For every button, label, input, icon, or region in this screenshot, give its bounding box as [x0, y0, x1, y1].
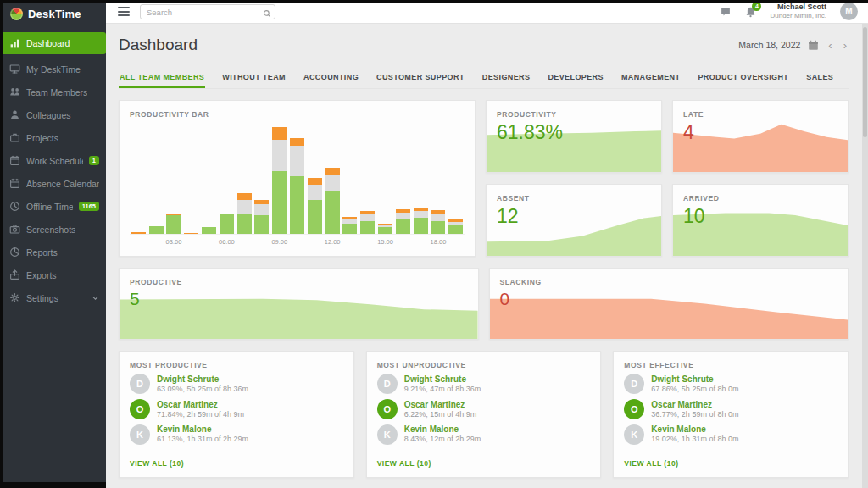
list-item: DDwight Schrute67.86%, 5h 25m of 8h 0m	[614, 369, 848, 395]
bar-segment-neutral	[254, 204, 269, 216]
sidebar-item-exports[interactable]: Exports	[0, 263, 106, 286]
sidebar-badge: 1165	[79, 202, 99, 212]
prev-day-button[interactable]: ‹	[826, 40, 833, 51]
sidebar-item-reports[interactable]: Reports	[0, 241, 106, 263]
stats-grid: PRODUCTIVITY61.83%LATE4ABSENT12ARRIVED10	[486, 100, 849, 257]
bar-segment-productive	[431, 221, 445, 234]
user-name: Michael Scott	[770, 3, 826, 12]
bar-segment-productive	[237, 214, 252, 234]
x-tick	[306, 238, 324, 246]
bar-segment-unproductive	[237, 193, 252, 200]
gear-icon	[9, 292, 20, 303]
view-all-link[interactable]: VIEW ALL (10)	[377, 452, 591, 468]
sidebar-item-colleagues[interactable]: Colleagues	[0, 103, 106, 126]
person-name[interactable]: Dwight Schrute	[157, 374, 248, 385]
person-stats: 19.02%, 1h 31m of 8h 0m	[651, 435, 738, 445]
view-all-link[interactable]: VIEW ALL (10)	[624, 452, 837, 468]
sidebar-item-my-desktime[interactable]: My DeskTime	[0, 58, 106, 80]
bar-segment-productive	[166, 215, 181, 234]
person-name[interactable]: Oscar Martinez	[157, 399, 244, 410]
x-tick	[342, 238, 359, 246]
people-card-most-productive: MOST PRODUCTIVEDDwight Schrute63.09%, 5h…	[119, 351, 354, 478]
avatar: D	[130, 374, 150, 394]
bar-segment-productive	[308, 200, 322, 234]
bar-segment-productive	[342, 224, 357, 234]
frame-edge-left	[0, 0, 3, 488]
card-title: PRODUCTIVITY BAR	[120, 101, 475, 119]
tab-designers[interactable]: DESIGNERS	[481, 68, 531, 88]
user-avatar[interactable]: M	[840, 3, 858, 20]
tab-accounting[interactable]: ACCOUNTING	[303, 68, 359, 88]
bar-segment-unproductive	[290, 138, 304, 146]
person-name[interactable]: Dwight Schrute	[404, 374, 481, 385]
avatar: D	[377, 374, 398, 394]
bar-segment-productive	[272, 171, 287, 234]
stat-card-late: LATE4	[672, 100, 849, 173]
sidebar-item-offline-times[interactable]: Offline Times1165	[0, 195, 106, 218]
clock-icon	[9, 201, 20, 212]
person-stats: 63.09%, 5h 25m of 8h 36m	[157, 385, 248, 395]
bar-06:00	[218, 214, 236, 234]
notifications-bell-icon[interactable]: 4	[745, 6, 756, 18]
user-company: Dunder Mifflin, Inc.	[770, 12, 826, 20]
bar-segment-productive	[378, 227, 392, 234]
bar-segment-neutral	[414, 211, 428, 218]
person-name[interactable]: Dwight Schrute	[651, 374, 738, 385]
calendar-icon	[9, 178, 20, 189]
bar-segment-productive	[326, 191, 340, 234]
tab-customer-support[interactable]: CUSTOMER SUPPORT	[376, 68, 465, 88]
x-tick	[412, 238, 430, 246]
tab-sales[interactable]: SALES	[805, 68, 834, 88]
stat-value: 5	[120, 286, 478, 309]
x-tick: 03:00	[165, 238, 183, 246]
scrollbar-thumb[interactable]	[863, 27, 867, 137]
hamburger-menu-icon[interactable]	[118, 7, 130, 16]
topbar: 4 Michael Scott Dunder Mifflin, Inc. M	[106, 0, 868, 24]
sidebar-item-screenshots[interactable]: Screenshots	[0, 218, 106, 241]
person-name[interactable]: Kevin Malone	[157, 424, 248, 435]
person-name[interactable]: Oscar Martinez	[404, 399, 477, 410]
next-day-button[interactable]: ›	[842, 40, 849, 51]
sidebar-item-label: Work Schedules	[26, 156, 83, 166]
bar-04:00	[182, 233, 200, 235]
search-input[interactable]	[140, 4, 275, 19]
sidebar-item-settings[interactable]: Settings	[0, 286, 106, 309]
x-tick	[394, 238, 412, 246]
avatar: O	[130, 399, 150, 419]
bar-segment-neutral	[308, 185, 322, 200]
tab-all-team-members[interactable]: ALL TEAM MEMBERS	[119, 68, 205, 88]
tab-management[interactable]: MANAGEMENT	[620, 68, 682, 88]
person-name[interactable]: Kevin Malone	[404, 424, 481, 435]
view-all-link[interactable]: VIEW ALL (10)	[130, 452, 343, 468]
bar-segment-unproductive	[308, 178, 322, 185]
users-icon	[9, 86, 20, 97]
vertical-scrollbar[interactable]	[862, 24, 868, 488]
list-item: DDwight Schrute9.21%, 47m of 8h 36m	[367, 369, 601, 395]
monitor-icon	[9, 64, 20, 75]
tab-product-oversight[interactable]: PRODUCT OVERSIGHT	[697, 68, 789, 88]
bar-14:00	[359, 211, 376, 234]
sidebar-item-team-members[interactable]: Team Members	[0, 80, 106, 103]
desktime-logo[interactable]: DeskTime	[0, 0, 106, 27]
frame-edge-bottom-left	[0, 482, 106, 488]
messages-icon[interactable]	[720, 6, 732, 17]
stat-value: 12	[487, 202, 661, 227]
sidebar-item-projects[interactable]: Projects	[0, 126, 106, 149]
person-name[interactable]: Oscar Martinez	[651, 399, 738, 410]
user-menu[interactable]: Michael Scott Dunder Mifflin, Inc.	[770, 3, 826, 20]
stat-label: ARRIVED	[673, 185, 848, 202]
sidebar-item-absence-calendar[interactable]: Absence Calendar	[0, 172, 106, 195]
x-tick	[447, 238, 465, 246]
sidebar-item-label: Settings	[26, 293, 58, 303]
tab-without-team[interactable]: WITHOUT TEAM	[221, 68, 287, 88]
tab-developers[interactable]: DEVELOPERS	[547, 68, 604, 88]
bar-05:00	[200, 227, 218, 234]
calendar-icon[interactable]	[808, 40, 819, 51]
person-name[interactable]: Kevin Malone	[651, 424, 738, 435]
sidebar-item-work-schedules[interactable]: Work Schedules1	[0, 149, 106, 172]
bar-segment-unproductive	[326, 168, 340, 175]
bar-17:00	[412, 208, 430, 234]
people-card-title: MOST EFFECTIVE	[614, 352, 848, 369]
sidebar-item-dashboard[interactable]: Dashboard	[0, 32, 106, 54]
avatar: D	[624, 374, 644, 394]
